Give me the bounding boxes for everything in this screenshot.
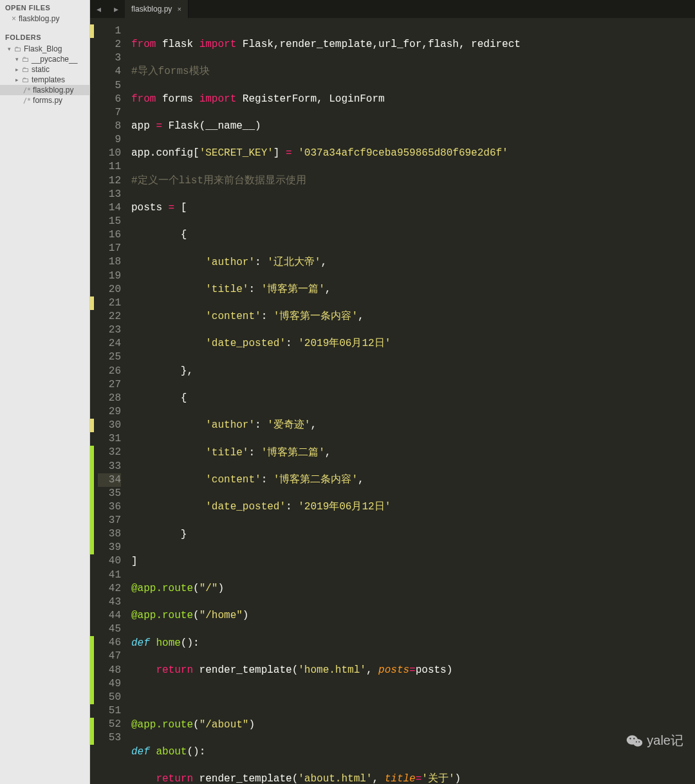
tree-folder-pycache[interactable]: ▾🗀__pycache__ xyxy=(0,54,89,64)
open-files-header: OPEN FILES xyxy=(0,1,89,13)
svg-point-4 xyxy=(636,741,637,742)
svg-point-5 xyxy=(639,741,640,742)
line-gutter: 1234567891011121314151617181920212223242… xyxy=(94,18,127,784)
tree-folder-static[interactable]: ▸🗀static xyxy=(0,64,89,75)
tree-file-forms[interactable]: /*forms.py xyxy=(0,95,89,105)
folder-icon: 🗀 xyxy=(22,76,29,84)
close-icon[interactable]: × xyxy=(12,14,16,23)
svg-point-2 xyxy=(630,738,631,739)
svg-point-1 xyxy=(633,739,642,747)
tree-file-flaskblog[interactable]: /*flaskblog.py xyxy=(0,85,89,95)
chevron-right-icon: ▸ xyxy=(15,66,22,73)
watermark: yale记 xyxy=(626,732,683,749)
chevron-right-icon: ▸ xyxy=(15,77,22,83)
open-file-item[interactable]: ×flaskblog.py xyxy=(0,13,89,26)
tree-folder-flask-blog[interactable]: ▾🗀Flask_Blog xyxy=(0,44,89,54)
chevron-down-icon: ▾ xyxy=(15,56,22,62)
tab-label: flaskblog.py xyxy=(131,5,172,14)
wechat-icon xyxy=(626,733,643,749)
editor-area: ◂ ▸ flaskblog.py × 123456789101112131415… xyxy=(90,0,695,784)
code-content[interactable]: from flask import Flask,render_template,… xyxy=(127,18,695,784)
tree-folder-templates[interactable]: ▸🗀templates xyxy=(0,75,89,85)
svg-point-3 xyxy=(633,738,635,739)
file-icon: /* xyxy=(23,87,31,94)
folder-tree: ▾🗀Flask_Blog ▾🗀__pycache__ ▸🗀static ▸🗀te… xyxy=(0,42,89,107)
tab-bar: ◂ ▸ flaskblog.py × xyxy=(90,0,695,18)
tab-flaskblog[interactable]: flaskblog.py × xyxy=(125,0,189,18)
watermark-text: yale记 xyxy=(647,732,683,749)
chevron-down-icon: ▾ xyxy=(8,46,14,52)
folder-icon: 🗀 xyxy=(22,66,29,73)
close-icon[interactable]: × xyxy=(177,5,181,13)
sidebar: OPEN FILES ×flaskblog.py FOLDERS ▾🗀Flask… xyxy=(0,0,90,784)
folder-icon: 🗀 xyxy=(22,55,29,63)
file-icon: /* xyxy=(23,97,31,104)
folders-header: FOLDERS xyxy=(0,31,89,42)
folder-icon: 🗀 xyxy=(14,45,21,53)
code-area[interactable]: 1234567891011121314151617181920212223242… xyxy=(90,18,695,784)
tab-nav-back[interactable]: ◂ xyxy=(90,0,107,18)
tab-nav-forward[interactable]: ▸ xyxy=(107,0,125,18)
